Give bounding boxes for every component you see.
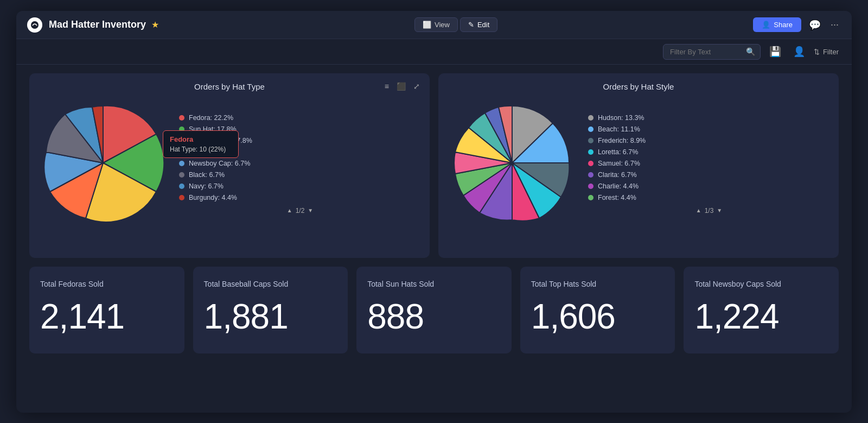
hat-style-chart-title: Orders by Hat Style bbox=[447, 82, 830, 91]
favorite-star[interactable]: ★ bbox=[151, 20, 159, 30]
stat-value-tophats: 1,606 bbox=[531, 299, 615, 334]
clarita-label: Clarita: 6.7% bbox=[598, 171, 637, 179]
edit-button[interactable]: ✎ Edit bbox=[460, 17, 497, 32]
hudson-label: Hudson: 13.3% bbox=[598, 114, 644, 122]
hudson-dot bbox=[588, 115, 593, 121]
legend-item-burgundy: Burgundy: 4.4% bbox=[179, 194, 421, 201]
hat-type-pie-area: Fedora Hat Type: 10 (22%) bbox=[38, 98, 168, 230]
chart1-prev-button[interactable]: ▲ bbox=[287, 207, 292, 213]
nav-right: 👤 Share 💬 ··· bbox=[753, 17, 841, 33]
legend-item-forest: Forest: 4.4% bbox=[588, 194, 830, 201]
svg-point-0 bbox=[31, 21, 39, 29]
fedora-tooltip: Fedora Hat Type: 10 (22%) bbox=[163, 130, 239, 158]
search-icon: 🔍 bbox=[746, 47, 755, 56]
filter-input-wrap: 🔍 bbox=[663, 44, 761, 60]
hat-style-legend: Hudson: 13.3% Beach: 11.1% Frederich: 8.… bbox=[588, 114, 830, 214]
navy-dot bbox=[179, 184, 184, 189]
stat-label-sunhats: Total Sun Hats Sold bbox=[367, 280, 434, 288]
forest-label: Forest: 4.4% bbox=[598, 194, 636, 201]
newsboy-dot bbox=[179, 161, 184, 166]
legend-item-frederich: Frederich: 8.9% bbox=[588, 137, 830, 144]
samuel-dot bbox=[588, 161, 593, 166]
user-icon-button[interactable]: 👤 bbox=[790, 43, 808, 60]
stat-label-fedoras: Total Fedoras Sold bbox=[40, 280, 104, 288]
more-options-button[interactable]: ··· bbox=[828, 17, 841, 33]
tooltip-body: Hat Type: 10 (22%) bbox=[170, 146, 232, 153]
comment-button[interactable]: 💬 bbox=[807, 17, 823, 33]
legend-item-hudson: Hudson: 13.3% bbox=[588, 114, 830, 122]
legend-item-navy: Navy: 6.7% bbox=[179, 182, 421, 190]
stat-value-baseball: 1,881 bbox=[204, 299, 288, 334]
hat-style-chart-inner: Hudson: 13.3% Beach: 11.1% Frederich: 8.… bbox=[447, 98, 830, 230]
loretta-dot bbox=[588, 149, 593, 155]
chart2-next-button[interactable]: ▼ bbox=[717, 207, 722, 213]
app-title: Mad Hatter Inventory bbox=[49, 19, 146, 30]
chart1-list-icon[interactable]: ≡ bbox=[382, 81, 391, 92]
hat-type-chart-panel: Orders by Hat Type ≡ ⬛ ⤢ Fedora Hat Type… bbox=[29, 73, 430, 258]
stat-card-fedoras: Total Fedoras Sold 2,141 bbox=[29, 267, 184, 353]
share-button[interactable]: 👤 Share bbox=[753, 17, 801, 32]
nav-center-buttons: ⬜ View ✎ Edit bbox=[414, 17, 497, 32]
legend-item-clarita: Clarita: 6.7% bbox=[588, 171, 830, 179]
frederich-dot bbox=[588, 138, 593, 143]
black-label: Black: 6.7% bbox=[189, 171, 225, 179]
legend-item-samuel: Samuel: 6.7% bbox=[588, 160, 830, 167]
save-icon-button[interactable]: 💾 bbox=[766, 43, 784, 60]
legend-item-black: Black: 6.7% bbox=[179, 171, 421, 179]
beach-dot bbox=[588, 127, 593, 132]
chart1-next-button[interactable]: ▼ bbox=[308, 207, 313, 213]
view-button[interactable]: ⬜ View bbox=[414, 17, 458, 32]
legend-item-beach: Beach: 11.1% bbox=[588, 125, 830, 133]
fedora-dot bbox=[179, 115, 184, 121]
app-container: Mad Hatter Inventory ★ ⬜ View ✎ Edit 👤 S… bbox=[16, 11, 852, 413]
app-logo bbox=[27, 17, 42, 33]
chart1-tools: ≡ ⬛ ⤢ bbox=[382, 81, 422, 92]
hat-style-pie-area bbox=[447, 98, 577, 230]
share-icon: 👤 bbox=[762, 21, 770, 29]
frederich-label: Frederich: 8.9% bbox=[598, 137, 646, 144]
hat-type-chart-inner: Fedora Hat Type: 10 (22%) bbox=[38, 98, 421, 230]
hat-type-pie-svg bbox=[38, 98, 168, 228]
hat-type-chart-title: Orders by Hat Type bbox=[38, 82, 421, 91]
hat-type-legend: Fedora: 22.2% Sun Hat: 17.8% Baseball Ca… bbox=[179, 114, 421, 214]
stat-card-newsboy: Total Newsboy Caps Sold 1,224 bbox=[684, 267, 839, 353]
stats-row: Total Fedoras Sold 2,141 Total Baseball … bbox=[29, 267, 839, 353]
top-nav: Mad Hatter Inventory ★ ⬜ View ✎ Edit 👤 S… bbox=[16, 11, 852, 39]
filter-button[interactable]: ⇅ Filter bbox=[814, 48, 839, 56]
chart1-pagination: ▲ 1/2 ▼ bbox=[179, 207, 421, 214]
forest-dot bbox=[588, 195, 593, 200]
view-icon: ⬜ bbox=[423, 21, 431, 29]
filter-icon: ⇅ bbox=[814, 48, 820, 56]
stat-value-newsboy: 1,224 bbox=[694, 299, 778, 334]
newsboy-label: Newsboy Cap: 6.7% bbox=[189, 160, 250, 167]
burgundy-dot bbox=[179, 195, 184, 200]
burgundy-label: Burgundy: 4.4% bbox=[189, 194, 237, 201]
black-dot bbox=[179, 172, 184, 178]
fedora-label: Fedora: 22.2% bbox=[189, 114, 233, 122]
stat-label-tophats: Total Top Hats Sold bbox=[531, 280, 596, 288]
stat-value-fedoras: 2,141 bbox=[40, 299, 124, 334]
chart1-expand-icon[interactable]: ⤢ bbox=[411, 81, 422, 92]
stat-value-sunhats: 888 bbox=[367, 299, 424, 334]
chart2-prev-button[interactable]: ▲ bbox=[696, 207, 701, 213]
chart1-page: 1/2 bbox=[296, 207, 305, 214]
chart1-grid-icon[interactable]: ⬛ bbox=[394, 81, 408, 92]
charts-row: Orders by Hat Type ≡ ⬛ ⤢ Fedora Hat Type… bbox=[29, 73, 839, 258]
beach-label: Beach: 11.1% bbox=[598, 125, 640, 133]
toolbar: 🔍 💾 👤 ⇅ Filter bbox=[16, 39, 852, 65]
main-content: Orders by Hat Type ≡ ⬛ ⤢ Fedora Hat Type… bbox=[16, 65, 852, 362]
stat-card-sunhats: Total Sun Hats Sold 888 bbox=[356, 267, 512, 353]
tooltip-title: Fedora bbox=[170, 135, 232, 143]
loretta-label: Loretta: 6.7% bbox=[598, 148, 638, 156]
edit-icon: ✎ bbox=[468, 21, 474, 29]
chart2-pagination: ▲ 1/3 ▼ bbox=[588, 207, 830, 214]
chart2-page: 1/3 bbox=[705, 207, 714, 214]
legend-item-newsboy: Newsboy Cap: 6.7% bbox=[179, 160, 421, 167]
hat-style-chart-panel: Orders by Hat Style bbox=[438, 73, 839, 258]
hat-style-pie-svg bbox=[447, 98, 577, 228]
legend-item-loretta: Loretta: 6.7% bbox=[588, 148, 830, 156]
samuel-label: Samuel: 6.7% bbox=[598, 160, 640, 167]
charlie-label: Charlie: 4.4% bbox=[598, 182, 639, 190]
stat-card-baseball: Total Baseball Caps Sold 1,881 bbox=[193, 267, 348, 353]
charlie-dot bbox=[588, 184, 593, 189]
